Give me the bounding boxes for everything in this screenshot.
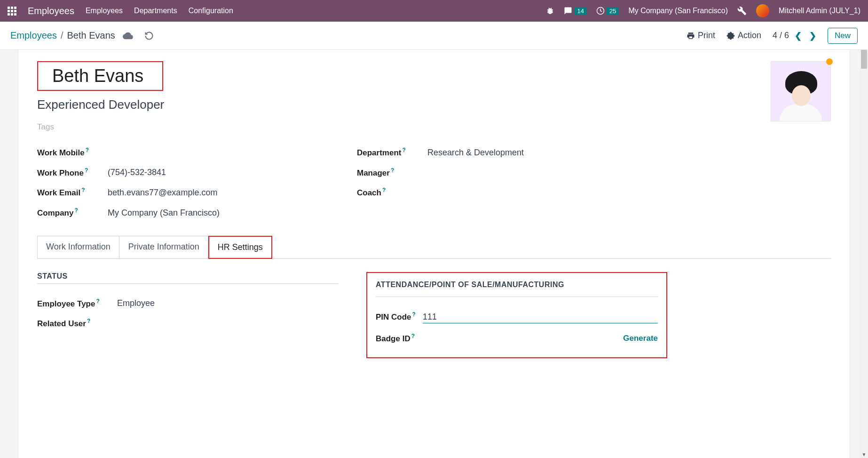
cloud-icon[interactable] xyxy=(123,31,133,41)
pin-code-row: PIN Code? xyxy=(376,306,658,328)
action-label: Action xyxy=(738,31,761,40)
company-value[interactable]: My Company (San Francisco) xyxy=(108,208,220,218)
undo-icon[interactable] xyxy=(144,31,154,41)
brand[interactable]: Employees xyxy=(28,6,74,16)
apps-icon[interactable] xyxy=(8,7,16,16)
topbar-left: Employees Employees Departments Configur… xyxy=(8,6,546,16)
breadcrumb-root[interactable]: Employees xyxy=(10,30,57,41)
company-label: Company xyxy=(37,209,73,217)
tools-icon[interactable] xyxy=(737,6,747,16)
employee-name-field[interactable]: Beth Evans xyxy=(37,61,163,91)
content: Beth Evans Experienced Developer Tags Wo… xyxy=(0,50,868,458)
tab-work-information[interactable]: Work Information xyxy=(37,236,119,259)
breadcrumb-current: Beth Evans xyxy=(67,30,115,41)
coach-label: Coach xyxy=(357,188,381,197)
hr-settings-panel: STATUS Employee Type? Employee Related U… xyxy=(37,272,831,359)
job-title[interactable]: Experienced Developer xyxy=(37,97,831,112)
status-title: STATUS xyxy=(37,272,338,284)
user-name[interactable]: Mitchell Admin (JULY_1) xyxy=(779,7,860,15)
company-row: Company? My Company (San Francisco) xyxy=(37,202,329,223)
employee-type-row: Employee Type? Employee xyxy=(37,293,338,313)
scrollbar-thumb[interactable] xyxy=(861,50,867,69)
scrollbar[interactable]: ▼ xyxy=(860,50,868,458)
help-icon[interactable]: ? xyxy=(87,318,90,324)
department-row: Department? Research & Development xyxy=(357,142,648,162)
work-email-label: Work Email xyxy=(37,188,80,197)
print-button[interactable]: Print xyxy=(687,31,715,40)
topbar-right: 14 25 My Company (San Francisco) Mitchel… xyxy=(546,4,860,17)
employee-name: Beth Evans xyxy=(52,66,143,86)
presence-status-dot-icon[interactable] xyxy=(826,58,833,65)
department-value[interactable]: Research & Development xyxy=(427,148,524,158)
subbar: Employees / Beth Evans Print Action 4 / … xyxy=(0,22,868,50)
help-icon[interactable]: ? xyxy=(382,187,386,193)
topbar: Employees Employees Departments Configur… xyxy=(0,0,868,22)
tabs: Work Information Private Information HR … xyxy=(37,236,831,259)
action-button[interactable]: Action xyxy=(726,31,761,40)
print-label: Print xyxy=(698,31,715,40)
right-column: Department? Research & Development Manag… xyxy=(357,142,648,223)
help-icon[interactable]: ? xyxy=(86,147,89,153)
left-column: Work Mobile? Work Phone? (754)-532-3841 … xyxy=(37,142,329,223)
employee-type-value[interactable]: Employee xyxy=(117,298,155,308)
form-sheet: Beth Evans Experienced Developer Tags Wo… xyxy=(18,50,850,458)
attendance-title: ATTENDANCE/POINT OF SALE/MANUFACTURING xyxy=(376,281,658,292)
work-phone-label: Work Phone xyxy=(37,168,84,177)
breadcrumb-sep: / xyxy=(61,30,63,41)
manager-row: Manager? xyxy=(357,162,648,183)
nav-departments[interactable]: Departments xyxy=(134,7,177,15)
department-label: Department xyxy=(357,148,401,157)
pager: 4 / 6 ❮ ❯ xyxy=(773,31,816,41)
company-switcher[interactable]: My Company (San Francisco) xyxy=(628,7,728,15)
bug-icon[interactable] xyxy=(546,7,554,15)
pager-prev-icon[interactable]: ❮ xyxy=(795,31,802,41)
field-columns: Work Mobile? Work Phone? (754)-532-3841 … xyxy=(37,142,831,223)
work-email-value[interactable]: beth.evans77@example.com xyxy=(108,188,217,198)
attendance-panel: ATTENDANCE/POINT OF SALE/MANUFACTURING P… xyxy=(366,272,667,359)
help-icon[interactable]: ? xyxy=(96,298,99,305)
help-icon[interactable]: ? xyxy=(85,167,88,174)
employee-photo[interactable] xyxy=(771,61,831,121)
tab-private-information[interactable]: Private Information xyxy=(119,236,208,259)
related-user-label: Related User xyxy=(37,319,86,328)
work-phone-row: Work Phone? (754)-532-3841 xyxy=(37,162,329,183)
help-icon[interactable]: ? xyxy=(391,167,394,174)
activities-count: 25 xyxy=(607,7,619,15)
scrollbar-down-icon[interactable]: ▼ xyxy=(860,452,868,457)
new-button[interactable]: New xyxy=(828,28,858,44)
badge-id-label: Badge ID xyxy=(376,334,410,343)
pager-text[interactable]: 4 / 6 xyxy=(773,31,789,40)
messages-button[interactable]: 14 xyxy=(564,7,586,15)
help-icon[interactable]: ? xyxy=(74,207,78,214)
coach-row: Coach? xyxy=(357,182,648,202)
nav-employees[interactable]: Employees xyxy=(86,7,123,15)
nav-configuration[interactable]: Configuration xyxy=(189,7,233,15)
manager-label: Manager xyxy=(357,168,390,177)
messages-count: 14 xyxy=(574,7,586,15)
work-mobile-label: Work Mobile xyxy=(37,148,85,157)
pin-code-input[interactable] xyxy=(423,311,658,323)
tags-field[interactable]: Tags xyxy=(37,122,831,132)
employee-type-label: Employee Type xyxy=(37,299,95,308)
work-mobile-row: Work Mobile? xyxy=(37,142,329,162)
activities-button[interactable]: 25 xyxy=(596,7,619,15)
badge-id-row: Badge ID? Generate xyxy=(376,328,658,348)
related-user-row: Related User? xyxy=(37,313,338,333)
help-icon[interactable]: ? xyxy=(412,311,416,318)
tab-hr-settings[interactable]: HR Settings xyxy=(208,236,272,259)
user-avatar-icon[interactable] xyxy=(756,4,769,17)
help-icon[interactable]: ? xyxy=(411,333,415,339)
work-email-row: Work Email? beth.evans77@example.com xyxy=(37,182,329,202)
help-icon[interactable]: ? xyxy=(81,187,85,193)
work-phone-value[interactable]: (754)-532-3841 xyxy=(108,168,166,177)
generate-button[interactable]: Generate xyxy=(623,334,658,343)
status-panel: STATUS Employee Type? Employee Related U… xyxy=(37,272,338,359)
pager-next-icon[interactable]: ❯ xyxy=(809,31,816,41)
pin-code-label: PIN Code xyxy=(376,313,411,321)
help-icon[interactable]: ? xyxy=(402,147,405,153)
